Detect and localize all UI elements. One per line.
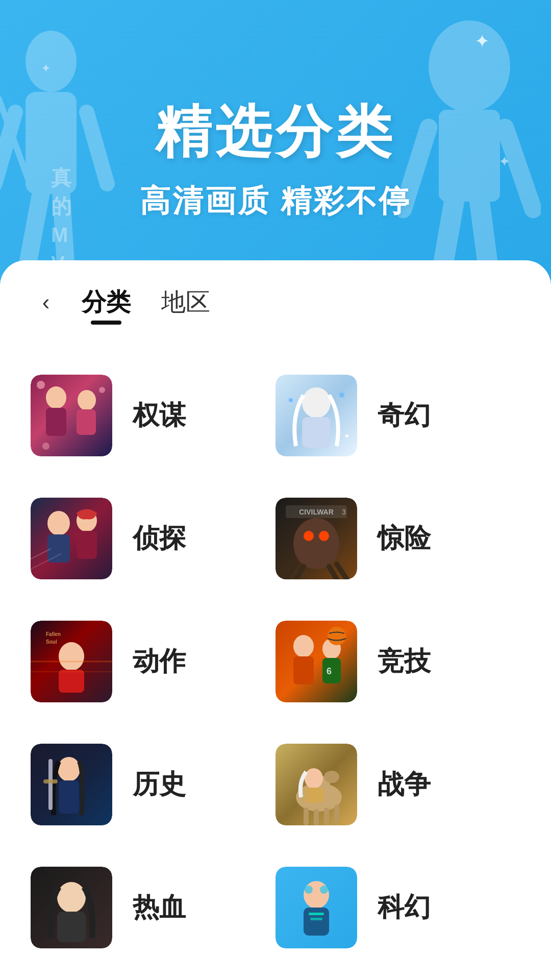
svg-rect-24 (302, 417, 331, 448)
category-name-bottom1: 热血 (133, 890, 186, 925)
svg-text:CIVILWAR: CIVILWAR (299, 508, 334, 516)
category-cover-jingxian: CIVILWAR 3 (276, 498, 357, 579)
category-cover-dongzuo: Fallen Soul (31, 621, 112, 702)
svg-point-17 (78, 390, 96, 410)
category-item-zhanzhen[interactable]: 战争 (276, 744, 520, 825)
svg-rect-46 (59, 670, 84, 693)
category-item-quanmou[interactable]: 权谋 (31, 375, 276, 456)
svg-point-39 (293, 518, 339, 569)
tab-category[interactable]: 分类 (82, 286, 131, 318)
svg-point-50 (293, 635, 314, 657)
svg-point-77 (305, 886, 313, 894)
category-row-3: Fallen Soul 动作 (31, 600, 520, 723)
category-item-dongzuo[interactable]: Fallen Soul 动作 (31, 621, 276, 702)
svg-point-41 (319, 531, 329, 541)
svg-point-45 (59, 642, 84, 671)
svg-point-65 (305, 768, 323, 789)
svg-point-23 (302, 387, 331, 418)
svg-point-27 (345, 434, 348, 437)
svg-line-3 (87, 112, 107, 184)
category-cover-jingji: 6 (276, 621, 357, 702)
category-item-bottom2[interactable]: 科幻 (276, 867, 520, 948)
category-name-jingji: 竞技 (378, 644, 431, 679)
svg-rect-76 (304, 908, 329, 936)
svg-rect-70 (334, 805, 339, 823)
category-cover-bottom2 (276, 867, 357, 948)
categories-grid: 权谋 (31, 354, 520, 969)
svg-point-29 (47, 511, 70, 535)
tab-region[interactable]: 地区 (161, 286, 210, 318)
svg-rect-58 (59, 780, 79, 814)
nav-tabs: 分类 地区 (82, 286, 210, 318)
category-item-bottom1[interactable]: 热血 (31, 867, 276, 948)
svg-rect-80 (310, 918, 322, 920)
content-card: ‹ 分类 地区 (0, 260, 551, 980)
svg-point-25 (289, 398, 293, 402)
manga-bg-right (398, 15, 541, 271)
category-name-jingxian: 惊险 (378, 521, 431, 556)
svg-point-19 (37, 381, 45, 389)
svg-point-21 (42, 443, 49, 450)
hero-subtitle: 高清画质 精彩不停 (140, 181, 412, 222)
svg-rect-8 (439, 110, 500, 202)
category-item-zhentan[interactable]: 侦探 (31, 498, 276, 579)
category-name-quanmou: 权谋 (133, 398, 186, 433)
svg-rect-32 (77, 531, 97, 559)
svg-text:6: 6 (327, 666, 332, 676)
category-item-jingxian[interactable]: CIVILWAR 3 惊险 (276, 498, 520, 579)
svg-point-57 (58, 757, 80, 781)
svg-point-7 (429, 20, 510, 112)
svg-rect-60 (43, 779, 58, 783)
svg-line-12 (444, 202, 454, 260)
category-name-dongzuo: 动作 (133, 644, 186, 679)
svg-point-20 (99, 387, 105, 393)
category-cover-quanmou (31, 375, 112, 456)
svg-rect-59 (48, 759, 53, 810)
svg-rect-51 (293, 656, 314, 684)
category-row-4: 历史 (31, 723, 520, 846)
category-item-qihuan[interactable]: 奇幻 (276, 375, 520, 456)
category-row-1: 权谋 (31, 354, 520, 477)
svg-point-0 (26, 31, 77, 92)
svg-rect-16 (46, 408, 66, 436)
back-button[interactable]: ‹ (31, 287, 61, 317)
svg-point-15 (46, 386, 66, 409)
svg-point-75 (304, 881, 329, 909)
category-cover-zhanzhen (276, 744, 357, 825)
svg-point-64 (324, 771, 339, 783)
star-decoration-1: ✦ (474, 31, 490, 52)
category-item-lishi[interactable]: 历史 (31, 744, 276, 825)
hero-section: ✦ ✦ ✦ 真 的 M V 精选分类 高清画质 精彩不停 (0, 0, 551, 286)
svg-rect-68 (314, 809, 319, 825)
svg-point-40 (304, 531, 314, 541)
category-item-jingji[interactable]: 6 竞技 (276, 621, 520, 702)
svg-rect-28 (31, 498, 112, 579)
category-cover-qihuan (276, 375, 357, 456)
category-name-zhanzhen: 战争 (378, 767, 431, 802)
svg-text:Soul: Soul (46, 639, 57, 645)
svg-point-72 (57, 882, 86, 913)
svg-point-78 (320, 886, 328, 894)
back-icon: ‹ (42, 291, 50, 313)
category-name-bottom2: 科幻 (378, 890, 431, 925)
category-name-lishi: 历史 (133, 767, 186, 802)
category-name-qihuan: 奇幻 (378, 398, 431, 433)
svg-line-13 (480, 202, 487, 260)
svg-text:Fallen: Fallen (46, 631, 61, 637)
hero-title: 精选分类 (155, 94, 396, 170)
star-decoration-3: ✦ (498, 153, 510, 170)
svg-rect-66 (305, 788, 323, 803)
svg-rect-18 (77, 409, 96, 435)
star-decoration-2: ✦ (41, 61, 51, 76)
svg-rect-69 (324, 807, 329, 825)
svg-point-9 (452, 69, 487, 94)
category-cover-lishi (31, 744, 112, 825)
category-row-2: 侦探 CIVI (31, 477, 520, 600)
svg-rect-79 (309, 913, 324, 915)
category-cover-zhentan (31, 498, 112, 579)
svg-point-54 (328, 627, 346, 645)
category-row-5: 热血 (31, 846, 520, 969)
svg-point-26 (339, 393, 344, 398)
svg-rect-73 (57, 912, 86, 942)
nav-bar: ‹ 分类 地区 (31, 260, 520, 334)
